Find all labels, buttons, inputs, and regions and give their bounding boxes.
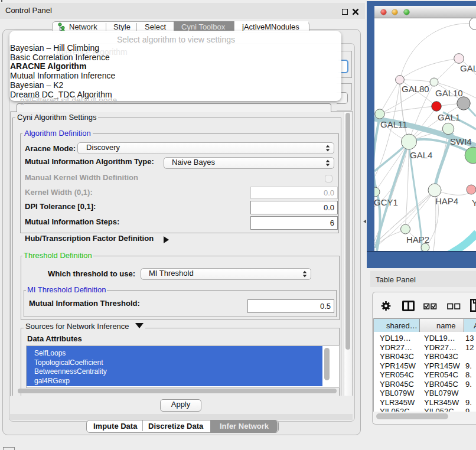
svg-text:GAL11: GAL11	[380, 119, 407, 129]
svg-text:HAP4: HAP4	[435, 196, 458, 206]
svg-text:HAP2: HAP2	[406, 234, 429, 244]
svg-text:GCY1: GCY1	[374, 197, 398, 207]
svg-text:GAL7: GAL7	[460, 63, 476, 73]
svg-text:GAL80: GAL80	[402, 84, 429, 94]
svg-text:GAL10: GAL10	[435, 88, 463, 98]
svg-text:Y: Y	[472, 198, 476, 208]
svg-text:GAL4: GAL4	[410, 150, 432, 160]
svg-text:GAL1: GAL1	[438, 112, 460, 122]
svg-text:SWI4: SWI4	[450, 136, 472, 146]
